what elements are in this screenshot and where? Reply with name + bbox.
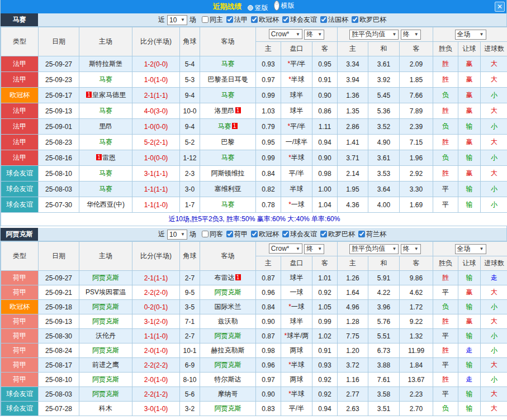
- team-link[interactable]: 皇家马德里: [92, 91, 126, 99]
- checkbox-icon[interactable]: [226, 231, 233, 237]
- odds-period-select[interactable]: 终▼: [304, 244, 324, 254]
- team-link[interactable]: 马赛: [99, 169, 112, 177]
- league-filter-checkbox[interactable]: 欧冠杯: [251, 230, 279, 239]
- team-link[interactable]: 前进之鹰: [92, 361, 119, 369]
- team-link[interactable]: 阿贾克斯: [215, 404, 241, 412]
- team-link[interactable]: 阿贾克斯: [92, 375, 119, 383]
- away-team[interactable]: 赫拉克勒斯: [200, 343, 256, 358]
- home-team[interactable]: 马赛: [79, 72, 132, 88]
- home-team[interactable]: 沃伦丹: [79, 329, 132, 343]
- team-link[interactable]: 华伦西亚(中): [87, 201, 125, 208]
- away-team[interactable]: 布雷达1: [200, 271, 256, 285]
- away-team[interactable]: 马赛1: [200, 119, 256, 135]
- team-link[interactable]: 沃伦丹: [96, 332, 116, 340]
- team-link[interactable]: 马赛: [221, 91, 235, 99]
- league-filter-checkbox[interactable]: 欧罗巴杯: [352, 15, 386, 25]
- team-link[interactable]: 马赛: [99, 107, 112, 114]
- odds-period-select[interactable]: 终▼: [304, 30, 324, 40]
- team-link[interactable]: 阿斯顿维拉: [211, 169, 245, 177]
- average-odds-select[interactable]: 胜平负均值▼: [349, 30, 399, 40]
- team-link[interactable]: 国际米兰: [215, 303, 241, 311]
- away-team[interactable]: 阿贾克斯: [200, 285, 256, 300]
- team-link[interactable]: 马赛: [221, 201, 235, 208]
- home-team[interactable]: 马赛: [79, 166, 132, 182]
- away-team[interactable]: 马赛: [200, 88, 256, 103]
- team-link[interactable]: 阿贾克斯: [215, 361, 241, 369]
- checkbox-icon[interactable]: [352, 16, 358, 23]
- team-link[interactable]: 马赛: [221, 154, 235, 161]
- team-link[interactable]: 马赛: [218, 122, 231, 130]
- team-link[interactable]: 马赛: [99, 75, 112, 83]
- home-team[interactable]: 1皇家马德里: [79, 88, 132, 103]
- bookmaker-select[interactable]: Crow*▼: [269, 29, 302, 39]
- team-link[interactable]: 阿贾克斯: [92, 346, 119, 354]
- league-filter-checkbox[interactable]: 欧冠杯: [251, 15, 279, 25]
- checkbox-icon[interactable]: [202, 231, 209, 237]
- home-team[interactable]: 阿贾克斯: [79, 373, 132, 387]
- team-link[interactable]: PSV埃因霍温: [86, 288, 126, 296]
- away-team[interactable]: 巴黎圣日耳曼: [200, 72, 256, 88]
- team-link[interactable]: 马赛: [221, 60, 235, 68]
- scope-select[interactable]: 全场▼: [455, 30, 486, 40]
- away-team[interactable]: 特尔斯达: [200, 373, 256, 387]
- home-team[interactable]: 1雷恩: [79, 150, 132, 166]
- team-link[interactable]: 摩纳哥: [218, 390, 238, 398]
- away-team[interactable]: 巴黎: [200, 135, 256, 150]
- away-team[interactable]: 国际米兰: [200, 300, 256, 314]
- team-link[interactable]: 斯特拉斯堡: [89, 60, 122, 68]
- away-team[interactable]: 兹沃勒: [200, 314, 256, 329]
- home-team[interactable]: PSV埃因霍温: [79, 285, 132, 300]
- home-team[interactable]: 科木: [79, 402, 132, 416]
- league-filter-checkbox[interactable]: 同客: [202, 230, 223, 239]
- home-team[interactable]: 阿贾克斯: [79, 314, 132, 329]
- checkbox-icon[interactable]: [358, 231, 365, 237]
- average-period-select[interactable]: 终▼: [401, 244, 421, 254]
- league-filter-checkbox[interactable]: 法甲: [226, 15, 248, 25]
- checkbox-icon[interactable]: [282, 231, 289, 237]
- away-team[interactable]: 阿贾克斯: [200, 329, 256, 343]
- league-filter-checkbox[interactable]: 球会友谊: [282, 15, 317, 25]
- team-link[interactable]: 里昂: [99, 122, 112, 130]
- home-team[interactable]: 马赛: [79, 135, 132, 150]
- league-filter-checkbox[interactable]: 球会友谊: [282, 230, 317, 239]
- checkbox-icon[interactable]: [282, 16, 289, 23]
- team-link[interactable]: 马赛: [99, 185, 112, 193]
- team-link[interactable]: 赫拉克勒斯: [211, 346, 245, 354]
- home-team[interactable]: 马赛: [79, 182, 132, 197]
- home-team[interactable]: 里昂: [79, 119, 132, 135]
- home-team[interactable]: 前进之鹰: [79, 358, 132, 373]
- home-team[interactable]: 斯特拉斯堡: [79, 56, 132, 72]
- home-team[interactable]: 华伦西亚(中): [79, 197, 132, 213]
- team-link[interactable]: 巴黎: [221, 138, 235, 146]
- team-link[interactable]: 阿贾克斯: [92, 274, 119, 281]
- team-link[interactable]: 洛里昂: [215, 107, 235, 114]
- team-link[interactable]: 雷恩: [102, 154, 116, 161]
- checkbox-icon[interactable]: [251, 16, 258, 23]
- home-team[interactable]: 阿贾克斯: [79, 387, 132, 402]
- scope-select[interactable]: 全场▼: [455, 244, 486, 254]
- away-team[interactable]: 阿贾克斯: [200, 358, 256, 373]
- checkbox-icon[interactable]: [251, 231, 258, 237]
- match-count-select[interactable]: 10▼: [167, 15, 187, 25]
- away-team[interactable]: 马赛: [200, 56, 256, 72]
- close-icon[interactable]: ✕: [495, 2, 505, 12]
- team-link[interactable]: 科木: [99, 404, 112, 412]
- team-link[interactable]: 阿贾克斯: [215, 332, 241, 340]
- league-filter-checkbox[interactable]: 法国杯: [320, 15, 348, 25]
- team-link[interactable]: 特尔斯达: [215, 375, 241, 383]
- away-team[interactable]: 马赛: [200, 197, 256, 213]
- home-team[interactable]: 阿贾克斯: [79, 300, 132, 314]
- home-team[interactable]: 马赛: [79, 103, 132, 119]
- home-team[interactable]: 阿贾克斯: [79, 343, 132, 358]
- team-link[interactable]: 布雷达: [215, 274, 235, 281]
- team-link[interactable]: 塞维利亚: [215, 185, 241, 193]
- home-team[interactable]: 阿贾克斯: [79, 271, 132, 285]
- team-link[interactable]: 兹沃勒: [218, 317, 238, 325]
- checkbox-icon[interactable]: [226, 16, 233, 23]
- away-team[interactable]: 阿斯顿维拉: [200, 166, 256, 182]
- away-team[interactable]: 洛里昂1: [200, 103, 256, 119]
- away-team[interactable]: 塞维利亚: [200, 182, 256, 197]
- away-team[interactable]: 摩纳哥: [200, 387, 256, 402]
- team-link[interactable]: 阿贾克斯: [92, 390, 119, 398]
- away-team[interactable]: 阿贾克斯: [200, 402, 256, 416]
